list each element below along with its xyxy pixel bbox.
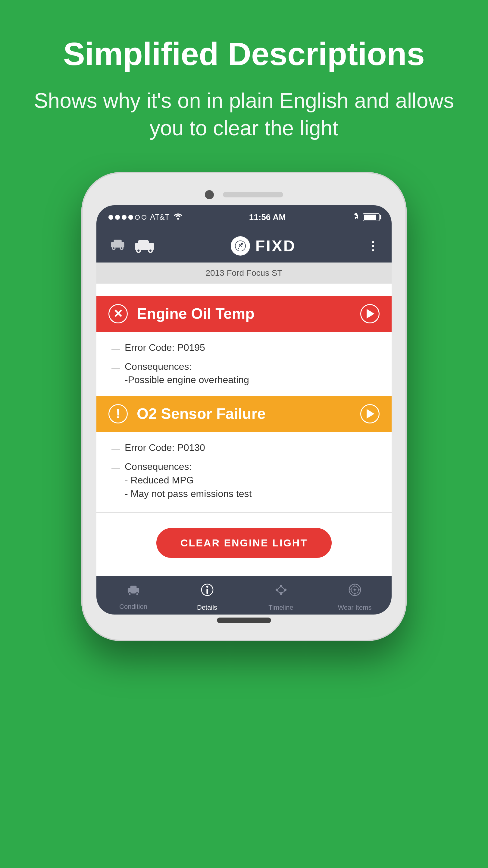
nav-condition-label: Condition	[119, 603, 147, 611]
svg-point-0	[177, 218, 179, 220]
logo-icon: ✕	[231, 236, 250, 255]
bluetooth-icon	[352, 212, 358, 222]
car-icon-large	[133, 236, 160, 256]
wear-items-icon	[347, 582, 363, 601]
wifi-icon	[173, 212, 183, 222]
phone-home-bar	[217, 618, 271, 623]
page-subtitle: Shows why it's on in plain English and a…	[30, 87, 458, 142]
battery-icon	[363, 213, 380, 221]
phone-speaker	[223, 192, 283, 197]
svg-line-27	[277, 586, 281, 590]
signal-dot-5	[135, 215, 140, 220]
timeline-icon	[273, 582, 289, 601]
consequences-1: Consequences: -Possible engine overheati…	[125, 360, 249, 387]
svg-text:✕: ✕	[238, 243, 242, 248]
vehicle-bar: 2013 Ford Focus ST	[96, 262, 392, 284]
app-header: ✕ FIXD ⋮	[96, 229, 392, 262]
status-left: AT&T	[108, 212, 183, 222]
nav-timeline[interactable]: Timeline	[244, 582, 318, 612]
svg-point-22	[206, 586, 208, 588]
svg-rect-2	[114, 240, 122, 243]
error-title-engine-oil: Engine Oil Temp	[128, 305, 360, 322]
consequences-2: Consequences: - Reduced MPG - May not pa…	[125, 460, 252, 500]
nav-condition[interactable]: Condition	[96, 583, 170, 611]
engine-oil-details: Error Code: P0195 Consequences: -Possibl…	[96, 335, 392, 393]
car-icon-small	[108, 236, 130, 253]
consequences-label-2: Consequences:	[125, 460, 252, 473]
error-icon-x: ✕	[108, 304, 128, 323]
details-icon	[199, 582, 215, 601]
svg-point-6	[121, 247, 122, 249]
wrench-icon: ✕	[235, 241, 246, 251]
consequences-label-1: Consequences:	[125, 360, 249, 373]
nav-wear-items[interactable]: Wear Items	[318, 582, 392, 612]
svg-rect-23	[206, 589, 208, 594]
signal-dot-6	[141, 215, 147, 220]
page-title: Simplified Descriptions	[30, 36, 458, 72]
separator	[96, 513, 392, 513]
clear-btn-area: CLEAR ENGINE LIGHT	[96, 519, 392, 567]
menu-button[interactable]: ⋮	[367, 239, 380, 253]
consequences-text-1: -Possible engine overheating	[125, 373, 249, 387]
svg-point-12	[150, 249, 152, 251]
error-icon-exclaim: !	[108, 404, 128, 424]
phone-mockup: AT&T 11:56 AM	[82, 172, 407, 641]
error-card-engine-oil[interactable]: ✕ Engine Oil Temp	[96, 296, 392, 332]
svg-rect-16	[130, 586, 136, 590]
error-title-o2: O2 Sensor Failure	[128, 405, 360, 423]
phone-camera	[205, 190, 214, 199]
vehicle-name: 2013 Ford Focus ST	[205, 268, 282, 278]
nav-details[interactable]: Details	[170, 582, 244, 612]
status-bar: AT&T 11:56 AM	[96, 205, 392, 229]
nav-wear-items-label: Wear Items	[338, 604, 371, 612]
bottom-nav: Condition Details	[96, 576, 392, 615]
logo-text: FIXD	[255, 237, 296, 255]
carrier-label: AT&T	[150, 213, 170, 222]
header-section: Simplified Descriptions Shows why it's o…	[0, 0, 488, 160]
svg-line-28	[281, 586, 285, 590]
condition-icon	[126, 583, 141, 600]
signal-dot-2	[115, 215, 120, 220]
svg-point-20	[136, 593, 138, 595]
consequences-text-2b: - May not pass emissions test	[125, 487, 252, 501]
error-card-o2[interactable]: ! O2 Sensor Failure	[96, 396, 392, 432]
app-logo: ✕ FIXD	[231, 236, 296, 255]
play-button-o2[interactable]	[360, 404, 380, 424]
svg-point-11	[137, 249, 139, 251]
content-area: ✕ Engine Oil Temp Error Code: P0195	[96, 284, 392, 576]
signal-dot-4	[128, 215, 133, 220]
play-triangle	[367, 309, 375, 318]
car-icons	[108, 236, 160, 256]
battery-fill	[364, 215, 376, 220]
signal-dot-1	[108, 215, 113, 220]
phone-screen: AT&T 11:56 AM	[96, 205, 392, 615]
status-right	[352, 212, 380, 222]
signal-dots	[108, 215, 147, 220]
play-triangle-2	[367, 409, 375, 418]
clear-engine-light-button[interactable]: CLEAR ENGINE LIGHT	[156, 528, 332, 558]
battery-tip	[380, 215, 381, 219]
o2-details: Error Code: P0130 Consequences: - Reduce…	[96, 435, 392, 506]
error-code-2: Error Code: P0130	[125, 441, 205, 455]
play-button-engine-oil[interactable]	[360, 304, 380, 323]
nav-details-label: Details	[197, 604, 217, 612]
svg-point-5	[113, 247, 115, 249]
nav-timeline-label: Timeline	[268, 604, 293, 612]
consequences-text-2a: - Reduced MPG	[125, 473, 252, 487]
svg-rect-8	[138, 240, 149, 244]
signal-dot-3	[122, 215, 127, 220]
svg-point-19	[129, 593, 130, 595]
status-time: 11:56 AM	[249, 213, 286, 222]
svg-point-30	[280, 592, 282, 595]
error-code-1: Error Code: P0195	[125, 341, 205, 354]
phone-top	[96, 190, 392, 199]
